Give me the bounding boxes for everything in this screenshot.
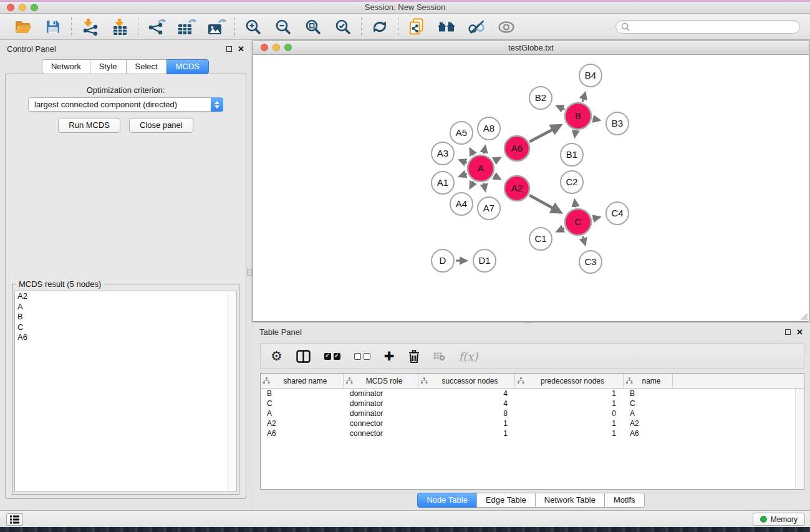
optimization-criterion-select[interactable]: largest connected component (directed) xyxy=(28,97,223,112)
table-row[interactable]: A6connector11A6 xyxy=(261,428,804,438)
memory-button[interactable]: Memory xyxy=(753,513,805,526)
graph-node-C[interactable]: C xyxy=(565,209,591,235)
show-columns-button[interactable] xyxy=(296,350,311,363)
close-table-panel-button[interactable]: ✕ xyxy=(796,329,803,335)
tab-select[interactable]: Select xyxy=(126,59,167,74)
graph-node-B1[interactable]: B1 xyxy=(561,143,583,166)
tab-edge-table[interactable]: Edge Table xyxy=(476,493,536,508)
network-canvas[interactable]: AA1A2A3A4A5A6A7A8BB1B2B3B4CC1C2C3C4DD1 xyxy=(253,55,809,321)
column-header-mcds-role[interactable]: MCDS role xyxy=(344,374,418,388)
graph-node-A8[interactable]: A8 xyxy=(478,117,500,140)
graph-node-B2[interactable]: B2 xyxy=(529,87,552,109)
close-panel-button[interactable]: ✕ xyxy=(238,46,244,52)
column-header-shared-name[interactable]: shared name xyxy=(261,374,344,388)
zoom-out-button[interactable] xyxy=(273,17,293,37)
result-list-item[interactable]: A2 xyxy=(15,291,236,302)
tab-network[interactable]: Network xyxy=(42,59,90,74)
graph-edge-B-B2[interactable] xyxy=(557,106,564,110)
resize-grip-icon[interactable] xyxy=(800,312,808,321)
result-list-item[interactable]: B xyxy=(15,312,236,322)
result-list-scrollbar[interactable] xyxy=(228,291,236,491)
graph-edge-A-A1[interactable] xyxy=(460,174,466,177)
result-list-item[interactable]: A6 xyxy=(15,332,236,343)
graph-edge-B-B3[interactable] xyxy=(593,119,600,120)
graph-node-B3[interactable]: B3 xyxy=(606,112,629,135)
column-header-name[interactable]: name xyxy=(624,374,673,388)
graph-node-A4[interactable]: A4 xyxy=(450,193,473,215)
float-table-panel-button[interactable] xyxy=(785,329,791,335)
graph-edge-A-A8[interactable] xyxy=(484,146,485,153)
table-row[interactable]: Adominator80A xyxy=(261,409,804,418)
tab-mcds[interactable]: MCDS xyxy=(166,59,209,74)
graph-node-A6[interactable]: A6 xyxy=(504,136,529,161)
export-image-button[interactable] xyxy=(206,17,226,37)
select-all-button[interactable] xyxy=(324,353,340,360)
zoom-selected-button[interactable] xyxy=(333,17,353,37)
search-input[interactable] xyxy=(633,22,794,31)
graph-node-B4[interactable]: B4 xyxy=(579,64,602,87)
graph-edge-A6-B[interactable] xyxy=(529,125,560,142)
column-header-predecessor-nodes[interactable]: predecessor nodes xyxy=(515,374,624,388)
result-list-item[interactable]: A xyxy=(15,302,236,312)
column-header-successor-nodes[interactable]: successor nodes xyxy=(418,374,515,388)
close-panel-button-mcds[interactable]: Close panel xyxy=(129,118,193,133)
add-column-button[interactable]: ✚ xyxy=(384,350,395,362)
birds-eye-view-button[interactable] xyxy=(496,17,516,37)
graph-node-B[interactable]: B xyxy=(565,103,591,129)
graph-node-A5[interactable]: A5 xyxy=(450,122,473,144)
graph-node-A7[interactable]: A7 xyxy=(478,197,500,220)
table-row[interactable]: Cdominator41C xyxy=(261,399,804,409)
graph-edge-A-A4[interactable] xyxy=(470,181,474,188)
apply-function-button[interactable]: f(x) xyxy=(459,350,478,363)
delete-table-button[interactable] xyxy=(433,352,445,361)
tab-motifs[interactable]: Motifs xyxy=(604,493,645,508)
graph-node-C2[interactable]: C2 xyxy=(561,171,583,193)
graph-edge-B-B1[interactable] xyxy=(575,131,576,137)
deselect-all-button[interactable] xyxy=(354,353,370,360)
tab-node-table[interactable]: Node Table xyxy=(417,493,477,508)
graph-node-A3[interactable]: A3 xyxy=(432,142,454,165)
export-network-button[interactable] xyxy=(147,17,166,37)
table-scrollbar[interactable] xyxy=(795,389,804,489)
tab-network-table[interactable]: Network Table xyxy=(535,493,605,508)
import-network-button[interactable] xyxy=(80,17,100,37)
refresh-button[interactable] xyxy=(370,17,390,37)
graph-node-A[interactable]: A xyxy=(468,155,494,181)
graph-node-A2[interactable]: A2 xyxy=(504,176,529,201)
tab-style[interactable]: Style xyxy=(90,59,127,74)
graph-edge-A-A7[interactable] xyxy=(484,183,485,191)
graph-edge-A-A2[interactable] xyxy=(494,176,500,179)
graph-edge-A2-C[interactable] xyxy=(529,195,561,213)
delete-column-button[interactable] xyxy=(408,350,420,363)
import-table-button[interactable] xyxy=(110,17,130,37)
home-button[interactable] xyxy=(436,17,456,37)
zoom-fit-button[interactable] xyxy=(303,17,323,37)
copy-network-button[interactable] xyxy=(407,17,427,37)
mcds-result-list[interactable]: A2ABCA6 xyxy=(14,291,237,492)
graph-edge-C-C4[interactable] xyxy=(592,217,599,219)
graph-node-C3[interactable]: C3 xyxy=(579,251,602,273)
save-session-button[interactable] xyxy=(43,17,63,37)
graph-node-D1[interactable]: D1 xyxy=(473,249,496,272)
export-table-button[interactable] xyxy=(176,17,196,37)
hide-graphics-details-button[interactable] xyxy=(466,17,486,37)
table-row[interactable]: A2connector11A2 xyxy=(261,418,804,428)
open-session-button[interactable] xyxy=(13,17,33,37)
graph-edge-C-C3[interactable] xyxy=(582,236,585,244)
graph-node-C1[interactable]: C1 xyxy=(529,228,552,250)
graph-edge-B-B4[interactable] xyxy=(582,93,585,102)
graph-node-C4[interactable]: C4 xyxy=(606,202,629,225)
graph-node-A1[interactable]: A1 xyxy=(432,172,454,194)
graph-node-D[interactable]: D xyxy=(432,249,454,272)
result-list-item[interactable]: C xyxy=(15,322,236,333)
float-panel-button[interactable] xyxy=(226,46,232,52)
table-settings-button[interactable]: ⚙ xyxy=(271,350,282,362)
table-row[interactable]: Bdominator41B xyxy=(261,389,804,399)
graph-edge-A-A6[interactable] xyxy=(494,158,500,161)
graph-edge-C-C2[interactable] xyxy=(575,200,576,208)
task-history-button[interactable] xyxy=(6,513,23,526)
zoom-in-button[interactable] xyxy=(243,17,263,37)
search-field[interactable] xyxy=(615,20,800,34)
vertical-split-grip[interactable] xyxy=(247,269,252,276)
graph-edge-C-C1[interactable] xyxy=(557,228,564,231)
